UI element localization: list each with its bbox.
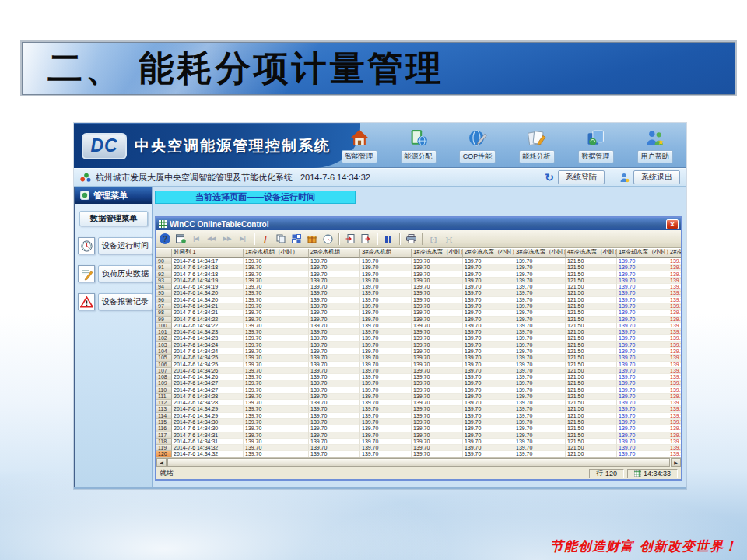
nav-cop-performance[interactable]: COP性能	[451, 127, 504, 163]
table-row[interactable]: 1022014-7-6 14:34:23139.70139.70139.7013…	[156, 335, 681, 341]
time-base-icon[interactable]	[321, 232, 335, 246]
horizontal-scrollbar[interactable]: ◀ ▶	[156, 457, 681, 467]
table-row[interactable]: 1092014-7-6 14:34:27139.70139.70139.7013…	[156, 380, 681, 387]
table-row[interactable]: 1042014-7-6 14:34:24139.70139.70139.7013…	[156, 348, 681, 355]
table-row[interactable]: 1152014-7-6 14:34:30139.70139.70139.7013…	[156, 419, 681, 425]
table-row[interactable]: 932014-7-6 14:34:19139.70139.70139.70139…	[156, 278, 681, 284]
table-row[interactable]: 922014-7-6 14:34:18139.70139.70139.70139…	[156, 271, 681, 278]
export-data-icon[interactable]	[343, 232, 357, 246]
row-number[interactable]: 98	[156, 310, 172, 316]
row-number[interactable]: 114	[156, 413, 172, 419]
system-datetime: 2014-7-6 14:34:32	[300, 173, 370, 182]
table-row[interactable]: 1102014-7-6 14:34:27139.70139.70139.7013…	[156, 387, 681, 394]
cell-value: 139.70	[514, 425, 566, 432]
table-row[interactable]: 972014-7-6 14:34:21139.70139.70139.70139…	[156, 303, 681, 310]
table-row[interactable]: 982014-7-6 14:34:21139.70139.70139.70139…	[156, 310, 681, 316]
table-row[interactable]: 1132014-7-6 14:34:29139.70139.70139.7013…	[156, 406, 681, 412]
nav-home[interactable]: 智能管理	[332, 127, 386, 163]
row-number[interactable]: 111	[156, 394, 172, 400]
row-number[interactable]: 118	[156, 439, 172, 445]
row-number[interactable]: 109	[156, 380, 172, 387]
row-number[interactable]: 102	[156, 335, 172, 341]
cell-value: 121.50	[566, 445, 617, 451]
table-row[interactable]: 952014-7-6 14:34:20139.70139.70139.70139…	[156, 290, 681, 296]
nav-energy-analysis[interactable]: 能耗分析	[510, 127, 563, 163]
cell-value: 139.70	[617, 348, 668, 355]
edit-icon[interactable]: /	[258, 232, 272, 246]
row-number[interactable]: 105	[156, 355, 172, 361]
table-row[interactable]: 902014-7-6 14:34:17139.70139.70139.70139…	[156, 258, 681, 264]
cell-value: 121.50	[566, 362, 617, 368]
row-number[interactable]: 96	[156, 297, 172, 303]
table-row[interactable]: 1032014-7-6 14:34:24139.70139.70139.7013…	[156, 342, 681, 348]
sidebar-item-clock[interactable]: 设备运行时间	[78, 237, 152, 254]
archive-icon[interactable]	[305, 232, 319, 246]
row-number[interactable]: 103	[156, 342, 172, 348]
table-row[interactable]: 1202014-7-6 14:34:32139.70139.70139.7013…	[156, 451, 681, 457]
export-config-icon[interactable]	[174, 232, 188, 246]
row-number[interactable]: 95	[156, 290, 172, 296]
row-number[interactable]: 91	[156, 264, 172, 271]
nav-user-help[interactable]: 用户帮助	[628, 127, 682, 163]
cell-value: 139.70	[244, 445, 309, 451]
table-row[interactable]: 1062014-7-6 14:34:25139.70139.70139.7013…	[156, 362, 681, 368]
cop-performance-icon	[468, 127, 488, 149]
row-number[interactable]: 94	[156, 284, 172, 290]
logout-button[interactable]: 系统退出	[633, 170, 680, 184]
nav-data-management[interactable]: 数据管理	[569, 127, 622, 163]
table-row[interactable]: 1082014-7-6 14:34:26139.70139.70139.7013…	[156, 374, 681, 380]
pause-icon[interactable]	[381, 232, 395, 246]
table-row[interactable]: 912014-7-6 14:34:18139.70139.70139.70139…	[156, 264, 681, 271]
table-row[interactable]: 1012014-7-6 14:34:23139.70139.70139.7013…	[156, 329, 681, 335]
cell-value: 139.70	[309, 310, 360, 316]
sidebar-item-history-notes[interactable]: 负荷历史数据	[78, 265, 152, 282]
print-icon[interactable]	[404, 232, 418, 246]
sidebar-item-alarm-warning[interactable]: 设备报警记录	[78, 293, 152, 310]
scroll-left-icon[interactable]: ◀	[156, 458, 167, 467]
import-data-icon[interactable]	[359, 232, 373, 246]
cell-time: 2014-7-6 14:34:23	[172, 329, 244, 335]
table-row[interactable]: 1142014-7-6 14:34:29139.70139.70139.7013…	[156, 413, 681, 419]
row-number[interactable]: 110	[156, 387, 172, 394]
row-number[interactable]: 90	[156, 258, 172, 264]
table-row[interactable]: 942014-7-6 14:34:19139.70139.70139.70139…	[156, 284, 681, 290]
row-number[interactable]: 120	[156, 451, 172, 457]
table-row[interactable]: 1192014-7-6 14:34:32139.70139.70139.7013…	[156, 445, 681, 451]
table-row[interactable]: 962014-7-6 14:34:20139.70139.70139.70139…	[156, 297, 681, 303]
row-number[interactable]: 113	[156, 406, 172, 412]
row-number[interactable]: 119	[156, 445, 172, 451]
row-number[interactable]: 107	[156, 368, 172, 374]
table-row[interactable]: 1112014-7-6 14:34:28139.70139.70139.7013…	[156, 394, 681, 400]
table-row[interactable]: 1002014-7-6 14:34:22139.70139.70139.7013…	[156, 323, 681, 329]
scrollbar-thumb[interactable]	[167, 458, 670, 467]
row-number[interactable]: 99	[156, 317, 172, 323]
copy-icon[interactable]	[274, 232, 288, 246]
row-number[interactable]: 93	[156, 278, 172, 284]
table-row[interactable]: 1182014-7-6 14:34:31139.70139.70139.7013…	[156, 439, 681, 445]
row-number[interactable]: 117	[156, 432, 172, 439]
row-number[interactable]: 92	[156, 271, 172, 278]
row-number[interactable]: 112	[156, 400, 172, 406]
nav-energy-allocation[interactable]: 能源分配	[391, 127, 445, 163]
table-row[interactable]: 1052014-7-6 14:34:25139.70139.70139.7013…	[156, 355, 681, 361]
row-number[interactable]: 116	[156, 425, 172, 432]
help-icon[interactable]: ?	[160, 233, 170, 244]
row-number[interactable]: 108	[156, 374, 172, 380]
table-row[interactable]: 1162014-7-6 14:34:30139.70139.70139.7013…	[156, 425, 681, 432]
close-icon[interactable]: ×	[666, 219, 679, 229]
scroll-right-icon[interactable]: ▶	[671, 458, 681, 467]
row-number[interactable]: 104	[156, 348, 172, 355]
table-row[interactable]: 1172014-7-6 14:34:31139.70139.70139.7013…	[156, 432, 681, 439]
row-number[interactable]: 97	[156, 303, 172, 310]
row-number[interactable]: 106	[156, 362, 172, 368]
row-number[interactable]: 100	[156, 323, 172, 329]
wincc-title: WinCC OnlineTableControl	[170, 220, 269, 229]
table-row[interactable]: 1072014-7-6 14:34:26139.70139.70139.7013…	[156, 368, 681, 374]
table-row[interactable]: 992014-7-6 14:34:22139.70139.70139.70139…	[156, 317, 681, 323]
login-button[interactable]: 系统登陆	[558, 170, 605, 184]
cell-value: 139.70	[514, 419, 566, 425]
column-config-icon[interactable]	[289, 232, 303, 246]
row-number[interactable]: 101	[156, 329, 172, 335]
table-row[interactable]: 1122014-7-6 14:34:28139.70139.70139.7013…	[156, 400, 681, 406]
row-number[interactable]: 115	[156, 419, 172, 425]
